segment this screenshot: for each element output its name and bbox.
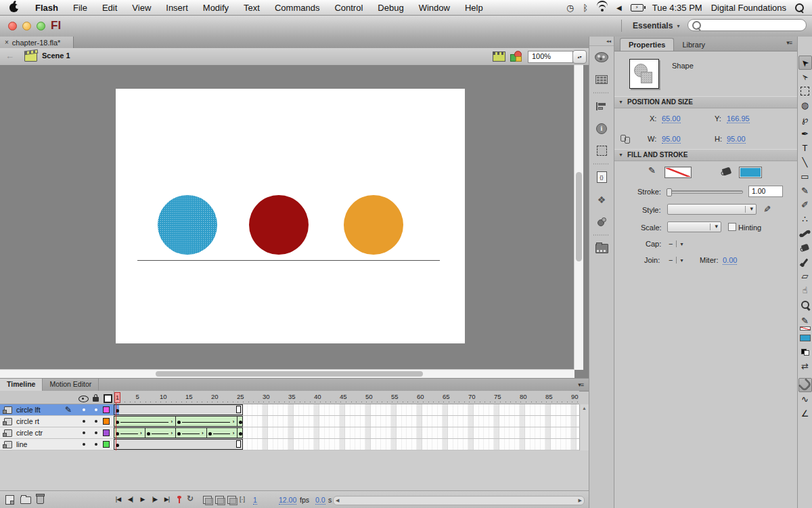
scroll-right-icon[interactable]: ▶ [579,498,582,503]
layer-lock-dot[interactable] [95,408,97,411]
delete-layer-button[interactable] [37,495,44,504]
lock-all-layers-icon[interactable] [93,397,99,402]
time-machine-icon[interactable]: ◷ [566,3,574,13]
modify-markers-button[interactable]: [·] [240,496,245,503]
section-position-and-size[interactable]: ▼ POSITION AND SIZE [614,96,797,108]
frame-span[interactable] [114,404,243,415]
line-tool[interactable]: ╲ [798,155,812,169]
playhead-line[interactable] [116,403,116,450]
menu-view[interactable]: View [125,3,158,13]
frame-span[interactable]: › [206,427,238,438]
playhead-marker[interactable]: 1 [114,392,120,403]
center-frame-button[interactable] [179,496,180,503]
hinting-checkbox[interactable] [728,223,736,231]
menu-flash[interactable]: Flash [28,3,66,13]
close-window-button[interactable] [8,22,17,30]
section-fill-and-stroke[interactable]: ▼ FILL AND STROKE [614,149,797,161]
eyedropper-tool[interactable] [798,255,812,269]
edit-scene-button[interactable] [493,51,505,62]
stroke-color-swatch[interactable] [664,167,692,178]
collapse-dock-button[interactable]: ◂◂ [589,37,614,46]
align-panel-icon[interactable] [589,95,614,117]
timeline-horizontal-scrollbar[interactable]: ◀ ▶ [333,496,585,505]
volume-icon[interactable]: ◀ [616,4,622,12]
default-colors-control[interactable] [798,345,812,359]
frame-span[interactable]: › [114,416,176,427]
layer-row-line[interactable]: line [0,439,114,450]
rectangle-tool[interactable]: ▭ [798,169,812,184]
layer-lock-dot[interactable] [95,443,97,446]
new-folder-button[interactable] [20,496,31,504]
menu-debug[interactable]: Debug [370,3,411,13]
join-style-dropdown[interactable]: −▾ [669,256,683,264]
tab-timeline[interactable]: Timeline [0,379,43,391]
tab-motion-editor[interactable]: Motion Editor [43,379,99,391]
bluetooth-icon[interactable]: ᛒ [583,3,588,13]
frame-span[interactable]: › [114,427,145,438]
new-layer-button[interactable] [5,495,14,505]
document-tab[interactable]: × chapter-18.fla* [0,37,74,48]
onion-skin-outlines-button[interactable] [215,496,224,504]
info-panel-icon[interactable]: i [589,117,614,140]
menu-commands[interactable]: Commands [267,3,327,13]
swap-colors-control[interactable]: ⇄ [798,359,812,373]
stage-zoom-input[interactable]: 100% [528,51,573,63]
minimize-window-button[interactable] [22,22,31,30]
edit-symbols-button[interactable] [510,51,521,61]
menu-text[interactable]: Text [236,3,267,13]
layer-row-circle-rt[interactable]: circle rt [0,416,114,427]
current-frame-indicator[interactable]: 1 [253,496,257,505]
paint-bucket-tool[interactable] [798,240,812,255]
slider-thumb[interactable] [667,188,672,196]
onion-skin-button[interactable] [203,496,212,504]
apple-menu[interactable] [9,3,18,12]
layer-visibility-dot[interactable] [83,408,85,411]
loop-playback-button[interactable]: ↻ [187,494,194,503]
edit-multiple-frames-button[interactable] [227,496,236,504]
cap-style-dropdown[interactable]: −▾ [669,240,683,248]
step-back-button[interactable]: ◀| [125,494,136,505]
stage-canvas[interactable] [116,89,465,343]
stroke-weight-slider[interactable] [667,190,743,194]
panel-menu-icon[interactable]: ▾≡ [786,39,792,46]
outline-all-layers-icon[interactable] [104,394,112,403]
menu-edit[interactable]: Edit [95,3,125,13]
w-value[interactable]: 95.00 [662,135,681,144]
timeline-frame-ruler[interactable]: 1 51015202530354045505560657075808590 [114,391,579,404]
menu-help[interactable]: Help [457,3,491,13]
pasteboard[interactable] [0,65,589,378]
frame-span[interactable]: › [175,427,207,438]
miter-value[interactable]: 0.00 [723,256,737,265]
bone-tool[interactable] [798,226,812,240]
link-wh-icon[interactable] [621,135,629,143]
frames-row-circle-rt[interactable]: ›› [114,416,579,427]
stage-vscroll-thumb[interactable] [576,172,582,261]
frame-span[interactable] [237,427,243,438]
text-tool[interactable]: T [798,141,812,155]
search-input[interactable] [687,19,807,31]
wifi-icon[interactable] [597,4,608,12]
frame-span[interactable] [114,439,243,450]
stage-horizontal-scrollbar[interactable] [0,369,574,378]
frame-span[interactable]: › [175,416,238,427]
fill-color-swatch[interactable] [739,167,762,178]
show-hide-all-layers-icon[interactable] [78,396,89,402]
layer-lock-dot[interactable] [95,431,97,434]
y-value[interactable]: 166.95 [727,114,750,123]
project-panel-icon[interactable] [589,237,614,259]
stroke-scale-dropdown[interactable] [667,221,721,232]
menu-control[interactable]: Control [327,3,370,13]
frame-span[interactable] [237,416,243,427]
zoom-tool[interactable] [798,297,812,312]
layer-lock-dot[interactable] [95,420,97,423]
timeline-vertical-scrollbar[interactable]: ▲ [579,404,589,450]
straighten-option[interactable]: ∠ [798,406,812,421]
layer-row-circle-lft[interactable]: circle lft✎ [0,404,114,416]
layer-outline-color-swatch[interactable] [103,406,110,413]
swatches-panel-icon[interactable] [589,68,614,91]
3d-rotation-tool[interactable]: ◍ [798,98,812,112]
x-value[interactable]: 65.00 [662,114,681,123]
play-button[interactable]: ▶ [137,494,148,505]
hand-tool[interactable]: ☝ [798,283,812,297]
layer-outline-color-swatch[interactable] [103,429,110,436]
